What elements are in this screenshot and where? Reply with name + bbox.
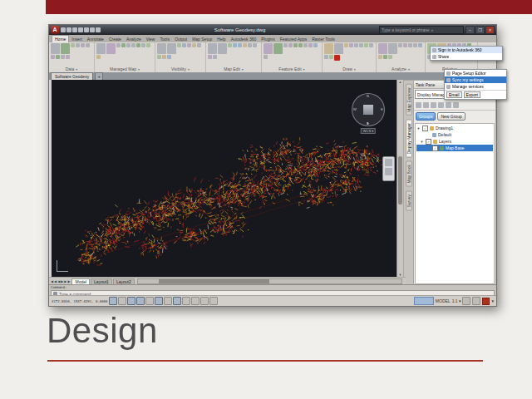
ribbon-tool-icon[interactable] (157, 55, 161, 59)
ribbon-tool-icon[interactable] (273, 43, 283, 54)
ribbon-tool-icon[interactable] (378, 43, 387, 54)
ribbon-tool-icon[interactable] (324, 55, 328, 59)
ribbon-tool-icon[interactable] (243, 43, 247, 47)
ribbon-tool-icon[interactable] (197, 43, 201, 47)
ribbon-tool-icon[interactable] (213, 55, 217, 59)
share-popup-row[interactable]: Share (431, 53, 502, 60)
ribbon-tool-icon[interactable] (61, 43, 70, 54)
chevron-down-icon[interactable]: ▾ (242, 67, 244, 71)
status-toggle-ortho[interactable] (127, 297, 135, 305)
task-pane-tab-map-book[interactable]: Map Book (406, 161, 412, 187)
ribbon-tool-icon[interactable] (248, 43, 252, 47)
ribbon-tool-icon[interactable] (146, 43, 150, 47)
ribbon-tool-icon[interactable] (86, 43, 90, 47)
status-toggle-snap[interactable] (109, 297, 117, 305)
ribbon-tool-icon[interactable] (403, 43, 407, 47)
ribbon-tool-icon[interactable] (136, 43, 140, 47)
new-icon[interactable] (61, 27, 66, 32)
ribbon-tool-icon[interactable] (228, 43, 232, 47)
ribbon-tool-icon[interactable] (264, 43, 273, 54)
ribbon-tool-icon[interactable] (157, 43, 166, 54)
ribbon-tool-icon[interactable] (418, 43, 422, 47)
layout-tab-arrows[interactable]: ◀◀◀▶▶▶ (51, 279, 71, 283)
visibility-checkbox[interactable]: ✓ (426, 139, 431, 145)
navigation-bar[interactable] (382, 156, 395, 181)
ribbon-tab-help[interactable]: Help (214, 36, 228, 42)
horizontal-scrollbar[interactable] (137, 278, 402, 284)
status-toggle-lwt[interactable] (182, 297, 190, 305)
horizontal-scrollbar-thumb[interactable] (159, 279, 269, 283)
ribbon-tool-icon[interactable] (177, 43, 181, 47)
ribbon-tool-icon[interactable] (187, 43, 191, 47)
ribbon-tool-icon[interactable] (398, 43, 402, 47)
ribbon-tool-icon[interactable] (313, 43, 318, 47)
new-group-button[interactable]: New Group (437, 112, 465, 121)
ribbon-tab-create[interactable]: Create (106, 36, 124, 42)
chevron-down-icon[interactable]: ▾ (491, 298, 494, 303)
ribbon-tool-icon[interactable] (76, 43, 80, 47)
ribbon-tab-analyze[interactable]: Analyze (124, 36, 144, 42)
ribbon-tool-icon[interactable] (51, 43, 60, 54)
table-icon[interactable] (423, 102, 429, 108)
ribbon-tool-icon[interactable] (167, 43, 176, 54)
ribbon-tool-icon[interactable] (378, 55, 382, 59)
ribbon-tab-tools[interactable]: Tools (157, 36, 172, 42)
ribbon-tool-icon[interactable] (71, 43, 75, 47)
status-toggle-qp[interactable] (200, 297, 209, 305)
ribbon-tool-icon[interactable] (96, 43, 106, 54)
status-toggle-sc[interactable] (209, 297, 218, 305)
viewcube-south-label[interactable]: S (367, 121, 369, 126)
task-pane-tab-display-manager[interactable]: Display Manager (406, 120, 412, 158)
settings-icon[interactable] (453, 102, 459, 108)
minimize-button[interactable]: – (466, 26, 475, 34)
viewcube-west-label[interactable]: W (353, 107, 357, 111)
chevron-down-icon[interactable]: ▾ (354, 67, 356, 71)
tree-item-layers[interactable]: ▼✓Layers (416, 138, 493, 145)
ribbon-tool-icon[interactable] (81, 43, 85, 47)
close-button[interactable]: ✕ (485, 26, 495, 34)
chevron-down-icon[interactable]: ▾ (408, 67, 410, 71)
style-icon[interactable] (431, 102, 436, 108)
zoom-icon[interactable] (446, 102, 451, 108)
drawing-canvas[interactable]: N S W E WCS ▾ (52, 80, 397, 277)
ribbon-tool-icon[interactable] (288, 43, 293, 47)
data-icon[interactable] (416, 102, 421, 108)
ribbon-tool-icon[interactable] (96, 55, 101, 59)
chevron-down-icon[interactable]: ▾ (188, 67, 190, 71)
ribbon-tool-icon[interactable] (56, 55, 60, 59)
ribbon-tool-icon[interactable] (192, 43, 196, 47)
ribbon-tool-icon[interactable] (233, 43, 237, 47)
workspace-switch-icon[interactable] (472, 297, 480, 305)
ribbon-tool-icon[interactable] (388, 55, 392, 59)
ribbon-tool-icon[interactable] (383, 55, 387, 59)
ribbon-tab-home[interactable]: Home (52, 35, 69, 42)
ribbon-tool-icon[interactable] (167, 55, 171, 59)
status-notification[interactable] (414, 297, 434, 305)
viewcube-cube[interactable] (363, 105, 373, 115)
print-icon[interactable] (78, 27, 83, 32)
ribbon-tool-icon[interactable] (208, 55, 212, 59)
ribbon-tab-annotate[interactable]: Annotate (85, 36, 106, 42)
groups-button[interactable]: Groups (416, 112, 436, 121)
redo-icon[interactable] (90, 27, 95, 32)
task-pane-tab-map-explorer[interactable]: Map Explorer (406, 84, 412, 116)
scrollbar-thumb[interactable] (398, 156, 402, 204)
tree-expander-icon[interactable]: ▼ (416, 126, 421, 131)
status-toggle-dyn[interactable] (173, 297, 181, 305)
scroll-up-icon[interactable]: ▲ (397, 80, 403, 84)
search-icon[interactable]: ⌕ (431, 27, 434, 33)
ribbon-tool-icon[interactable] (369, 43, 373, 47)
ribbon-tool-icon[interactable] (359, 43, 363, 47)
viewcube-east-label[interactable]: E (381, 107, 383, 111)
ribbon-tool-icon[interactable] (106, 43, 116, 54)
ribbon-tool-icon[interactable] (324, 43, 333, 54)
status-toggle-ducs[interactable] (164, 297, 172, 305)
status-toggle-grid[interactable] (118, 297, 126, 305)
annotation-visibility-icon[interactable] (462, 297, 470, 305)
ribbon-tool-icon[interactable] (131, 43, 135, 47)
ribbon-tool-icon[interactable] (253, 43, 257, 47)
plot-icon[interactable] (96, 27, 101, 32)
annotation-scale[interactable]: 1:1 ▾ (452, 298, 461, 303)
tree-item-map-base[interactable]: ✓Map Base (416, 145, 493, 151)
undo-icon[interactable] (84, 27, 89, 32)
